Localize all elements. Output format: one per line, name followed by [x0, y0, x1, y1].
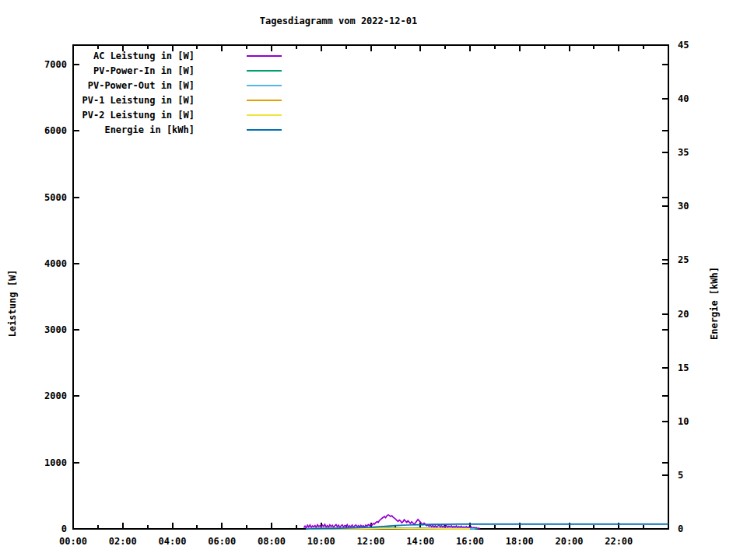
chart-title: Tagesdiagramm vom 2022-12-01 — [260, 16, 417, 26]
series-ac-line — [303, 515, 479, 529]
y2-axis-title: Energie [kWh] — [709, 267, 720, 340]
y-axis-title: Leistung [W] — [7, 270, 18, 338]
chart-canvas: Tagesdiagramm vom 2022-12-01 Leistung [W… — [0, 0, 747, 560]
plot-frame — [73, 45, 668, 529]
plot-area — [0, 0, 747, 560]
